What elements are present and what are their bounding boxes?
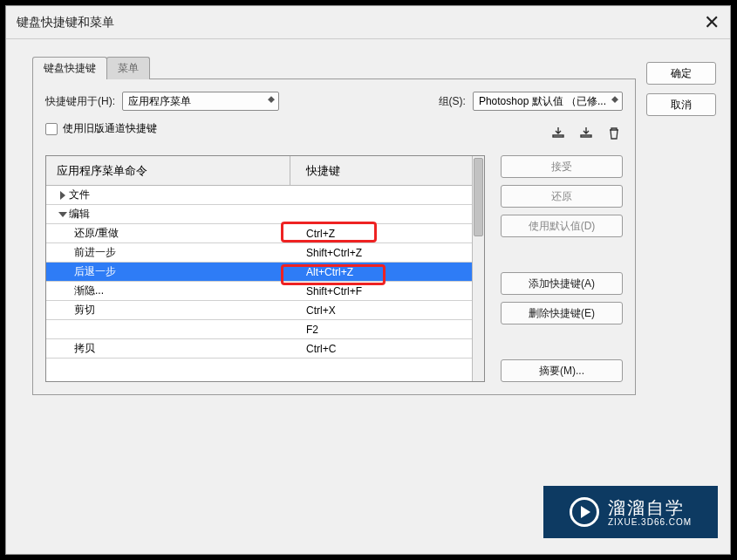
- close-icon[interactable]: ✕: [704, 11, 720, 34]
- chevron-right-icon[interactable]: [60, 191, 65, 200]
- row-shortcut-label: Ctrl+X: [290, 304, 472, 317]
- row-shortcut-label: Shift+Ctrl+F: [290, 285, 472, 297]
- tab-keyboard-shortcuts[interactable]: 键盘快捷键: [32, 57, 107, 79]
- col-shortcut: 快捷键: [290, 156, 472, 185]
- watermark-text: 溜溜自学 ZIXUE.3D66.COM: [608, 498, 692, 527]
- dialog-title: 键盘快捷键和菜单: [17, 15, 114, 31]
- play-icon: [570, 497, 599, 527]
- dialog-content: 键盘快捷键 菜单 快捷键用于(H): 应用程序菜单 组(S): Photosho…: [6, 39, 730, 409]
- ok-button[interactable]: 确定: [646, 62, 716, 85]
- row-shortcut-label: Alt+Ctrl+Z: [290, 266, 472, 278]
- trash-icon[interactable]: [605, 125, 623, 142]
- row-shortcut-label: Ctrl+Z: [290, 228, 472, 240]
- row-command-label: 剪切: [74, 303, 95, 318]
- table-row[interactable]: 前进一步Shift+Ctrl+Z: [46, 243, 472, 263]
- set-icons: [549, 125, 623, 142]
- table-row[interactable]: 渐隐...Shift+Ctrl+F: [46, 282, 472, 301]
- save-set-as-icon[interactable]: [577, 125, 595, 142]
- table-row[interactable]: F2: [46, 320, 472, 339]
- col-command: 应用程序菜单命令: [46, 156, 290, 185]
- chevron-down-icon[interactable]: [58, 212, 67, 217]
- table-row[interactable]: 剪切Ctrl+X: [46, 301, 472, 320]
- undo-button[interactable]: 还原: [501, 185, 623, 208]
- shortcuts-for-select[interactable]: 应用程序菜单: [122, 92, 279, 111]
- table-row[interactable]: 编辑: [46, 205, 472, 224]
- row-shortcut-label: F2: [290, 324, 472, 336]
- delete-shortcut-button[interactable]: 删除快捷键(E): [501, 302, 623, 324]
- scrollbar-thumb[interactable]: [474, 158, 483, 236]
- table-row[interactable]: 文件: [46, 186, 472, 205]
- watermark-brand: 溜溜自学: [608, 498, 692, 517]
- table-actions-wrap: 应用程序菜单命令 快捷键 文件编辑还原/重做Ctrl+Z前进一步Shift+Ct…: [45, 155, 623, 382]
- save-set-icon[interactable]: [549, 125, 567, 142]
- set-label: 组(S):: [439, 94, 466, 109]
- tab-menus[interactable]: 菜单: [106, 57, 150, 79]
- row-command-label: 编辑: [69, 207, 90, 222]
- add-shortcut-button[interactable]: 添加快捷键(A): [501, 272, 623, 295]
- table-scroll: 应用程序菜单命令 快捷键 文件编辑还原/重做Ctrl+Z前进一步Shift+Ct…: [46, 156, 472, 381]
- row-command-label: 文件: [69, 188, 90, 202]
- shortcuts-for-value: 应用程序菜单: [128, 94, 191, 109]
- second-row: 使用旧版通道快捷键: [45, 121, 623, 145]
- table-header: 应用程序菜单命令 快捷键: [46, 156, 472, 186]
- row-command-label: 还原/重做: [74, 226, 119, 241]
- set-select[interactable]: Photoshop 默认值 （已修...: [473, 92, 623, 111]
- accept-button[interactable]: 接受: [501, 155, 623, 178]
- table-row[interactable]: 还原/重做Ctrl+Z: [46, 224, 472, 243]
- table-body: 文件编辑还原/重做Ctrl+Z前进一步Shift+Ctrl+Z后退一步Alt+C…: [46, 186, 472, 359]
- summary-button[interactable]: 摘要(M)...: [501, 359, 623, 382]
- watermark: 溜溜自学 ZIXUE.3D66.COM: [543, 486, 718, 538]
- legacy-checkbox-row[interactable]: 使用旧版通道快捷键: [45, 121, 157, 136]
- row-command-label: 前进一步: [74, 245, 116, 260]
- panel-body: 快捷键用于(H): 应用程序菜单 组(S): Photoshop 默认值 （已修…: [32, 79, 636, 395]
- row-shortcut-label: Shift+Ctrl+Z: [290, 247, 472, 259]
- titlebar: 键盘快捷键和菜单 ✕: [6, 6, 730, 39]
- row-shortcut-label: Ctrl+C: [290, 343, 472, 355]
- dialog-window: 键盘快捷键和菜单 ✕ 键盘快捷键 菜单 快捷键用于(H): 应用程序菜单 组(S…: [5, 5, 731, 555]
- cancel-button[interactable]: 取消: [646, 93, 716, 116]
- table-row[interactable]: 后退一步Alt+Ctrl+Z: [46, 263, 472, 282]
- checkbox-icon[interactable]: [45, 123, 58, 135]
- action-panel: 接受 还原 使用默认值(D) 添加快捷键(A) 删除快捷键(E) 摘要(M)..…: [501, 155, 623, 382]
- table-row[interactable]: 拷贝Ctrl+C: [46, 339, 472, 359]
- watermark-url: ZIXUE.3D66.COM: [608, 517, 692, 527]
- shortcuts-for-label: 快捷键用于(H):: [45, 94, 115, 109]
- top-row: 快捷键用于(H): 应用程序菜单 组(S): Photoshop 默认值 （已修…: [45, 92, 623, 111]
- row-command-label: 拷贝: [74, 341, 95, 356]
- row-command-label: 后退一步: [74, 264, 116, 279]
- legacy-checkbox-label: 使用旧版通道快捷键: [63, 121, 157, 136]
- scrollbar[interactable]: [472, 156, 484, 381]
- side-panel: 确定 取消: [646, 57, 716, 395]
- row-command-label: 渐隐...: [74, 283, 104, 298]
- shortcuts-table: 应用程序菜单命令 快捷键 文件编辑还原/重做Ctrl+Z前进一步Shift+Ct…: [45, 155, 485, 382]
- tabs: 键盘快捷键 菜单: [32, 57, 636, 79]
- use-default-button[interactable]: 使用默认值(D): [501, 215, 623, 237]
- main-panel: 键盘快捷键 菜单 快捷键用于(H): 应用程序菜单 组(S): Photosho…: [32, 57, 636, 395]
- set-value: Photoshop 默认值 （已修...: [479, 94, 606, 109]
